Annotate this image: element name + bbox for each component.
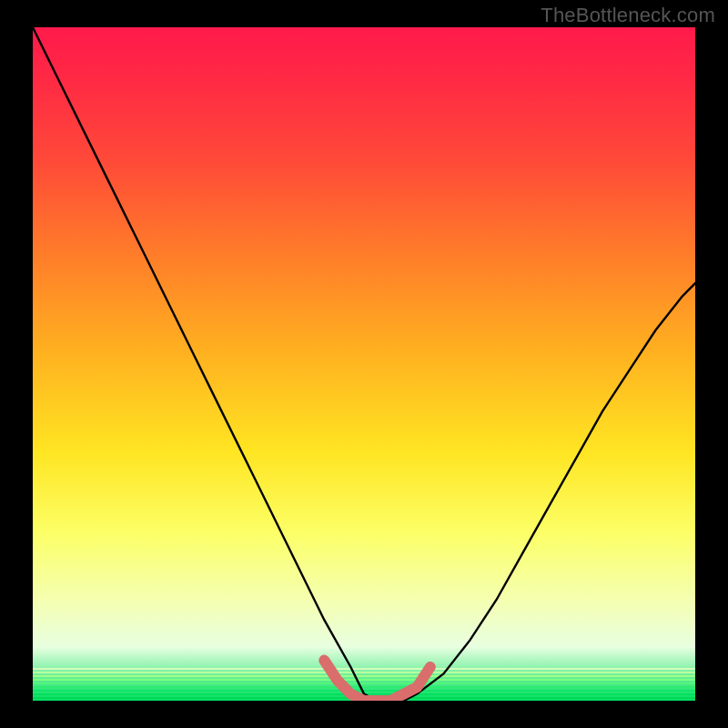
plot-area [33,27,695,701]
curve-svg [33,27,695,701]
watermark-text: TheBottleneck.com [541,4,715,27]
bottleneck-curve [33,27,695,701]
optimal-zone-highlight [324,661,430,701]
chart-canvas: TheBottleneck.com [0,0,728,728]
